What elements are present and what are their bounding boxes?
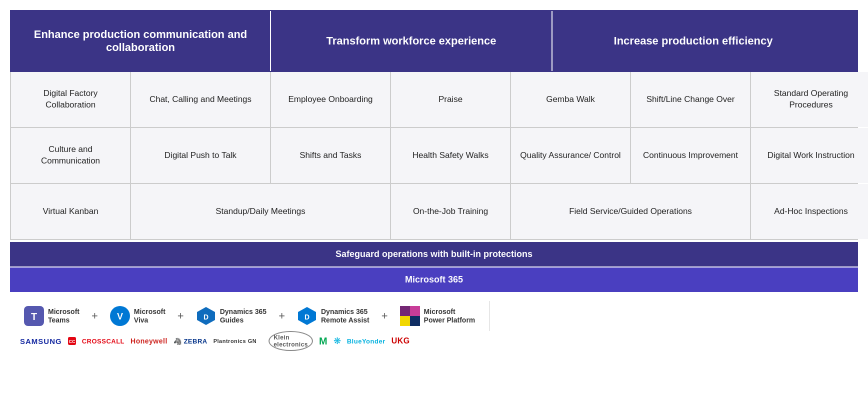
svg-text:D: D xyxy=(304,313,310,321)
cell-field-service: Field Service/Guided Operations xyxy=(511,184,751,239)
header-col1: Enhance production communication and col… xyxy=(11,11,271,71)
cell-praise: Praise xyxy=(391,72,511,127)
brand-crosscall: CROSSCALL xyxy=(82,338,124,345)
header-col2: Transform workforce experience xyxy=(271,11,552,71)
teams-icon: T xyxy=(24,306,44,326)
brand-honeywell: Honeywell xyxy=(130,337,168,345)
remote-label: Dynamics 365Remote Assist xyxy=(321,308,370,324)
viva-label: MicrosoftViva xyxy=(134,308,166,324)
teams-label: MicrosoftTeams xyxy=(48,308,80,324)
brand-ukg: UKG xyxy=(392,336,410,346)
grid-row-1: Digital Factory Collaboration Chat, Call… xyxy=(11,72,857,128)
guides-icon: D xyxy=(196,306,216,326)
crosscall-icon: CC xyxy=(68,337,76,345)
cell-adhoc-inspections: Ad-Hoc Inspections xyxy=(751,184,868,239)
cell-digital-push: Digital Push to Talk xyxy=(131,128,271,183)
plus-4: + xyxy=(378,310,391,322)
cell-shift-line: Shift/Line Change Over xyxy=(631,72,751,127)
guides-label: Dynamics 365Guides xyxy=(220,308,266,324)
teams-logo: T MicrosoftTeams xyxy=(24,306,80,326)
safeguard-banner: Safeguard operations with built-in prote… xyxy=(10,242,858,266)
partners-row: T MicrosoftTeams + V MicrosoftViva + xyxy=(10,292,858,360)
brand-plantronics: Plantronics GN xyxy=(214,338,256,344)
cell-on-job-training: On-the-Job Training xyxy=(391,184,511,239)
cell-shifts-tasks: Shifts and Tasks xyxy=(271,128,391,183)
plus-1: + xyxy=(88,310,101,322)
brand-zebra: 🦓 ZEBRA xyxy=(174,338,208,345)
cell-quality-assurance: Quality Assurance/ Control xyxy=(511,128,631,183)
header-col3: Increase production efficiency xyxy=(552,11,834,71)
svg-text:T: T xyxy=(31,311,37,322)
cell-chat-calling: Chat, Calling and Meetings xyxy=(131,72,271,127)
power-icon xyxy=(400,306,420,326)
m365-banner: Microsoft 365 xyxy=(10,268,858,292)
svg-rect-9 xyxy=(400,306,410,316)
partner-remote: D Dynamics 365Remote Assist xyxy=(288,306,378,326)
cell-virtual-kanban: Virtual Kanban xyxy=(11,184,131,239)
header-row: Enhance production communication and col… xyxy=(10,10,858,72)
cell-culture-comm: Culture and Communication xyxy=(11,128,131,183)
cell-standard-ops: Standard Operating Procedures xyxy=(751,72,868,127)
svg-rect-12 xyxy=(410,316,420,326)
plus-3: + xyxy=(276,310,288,322)
partner-guides: D Dynamics 365Guides xyxy=(187,306,276,326)
main-container: Enhance production communication and col… xyxy=(10,10,858,360)
partner-teams: T MicrosoftTeams xyxy=(15,306,88,326)
power-label: MicrosoftPower Platform xyxy=(424,308,476,324)
plus-2: + xyxy=(174,310,187,322)
svg-text:V: V xyxy=(117,312,123,322)
cell-health-safety: Health Safety Walks xyxy=(391,128,511,183)
cell-gemba-walk: Gemba Walk xyxy=(511,72,631,127)
svg-text:D: D xyxy=(204,313,208,321)
brand-klein: Kleinelectronics xyxy=(268,331,313,351)
grid-row-2: Culture and Communication Digital Push t… xyxy=(11,128,857,184)
cell-standup-meetings: Standup/Daily Meetings xyxy=(131,184,391,239)
power-logo: MicrosoftPower Platform xyxy=(400,306,476,326)
cell-employee-onboarding: Employee Onboarding xyxy=(271,72,391,127)
partner-divider xyxy=(489,301,490,331)
partner-viva: V MicrosoftViva xyxy=(101,306,174,326)
svg-text:CC: CC xyxy=(68,339,75,344)
cell-continuous-improvement: Continuous Improvement xyxy=(631,128,751,183)
cell-digital-factory: Digital Factory Collaboration xyxy=(11,72,131,127)
cell-digital-work: Digital Work Instruction xyxy=(751,128,868,183)
guides-logo: D Dynamics 365Guides xyxy=(196,306,266,326)
viva-icon: V xyxy=(110,306,130,326)
brand-m: M xyxy=(319,336,328,347)
brand-blueyonder: BlueYonder xyxy=(347,338,386,345)
viva-logo: V MicrosoftViva xyxy=(110,306,166,326)
brand-logos: SAMSUNG CC CROSSCALL Honeywell 🦓 ZEBRA P… xyxy=(15,331,410,351)
svg-rect-11 xyxy=(400,316,410,326)
partner-power: MicrosoftPower Platform xyxy=(391,306,484,326)
brand-samsung: SAMSUNG xyxy=(20,337,62,346)
svg-rect-10 xyxy=(410,306,420,316)
grid-row-3: Virtual Kanban Standup/Daily Meetings On… xyxy=(11,184,857,239)
dot-blueyonder: ❋ xyxy=(334,336,341,346)
remote-logo: D Dynamics 365Remote Assist xyxy=(297,306,370,326)
remote-icon: D xyxy=(297,306,317,326)
grid-section: Digital Factory Collaboration Chat, Call… xyxy=(10,72,858,240)
